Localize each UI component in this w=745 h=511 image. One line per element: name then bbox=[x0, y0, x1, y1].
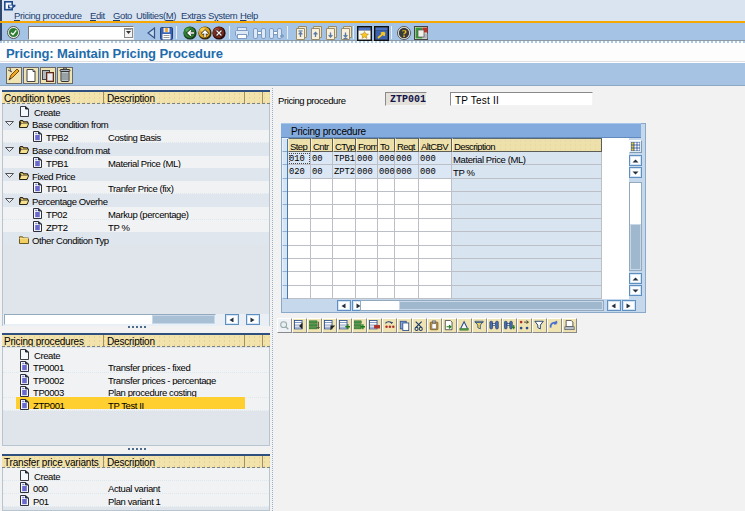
svg-text:?: ? bbox=[402, 28, 407, 39]
